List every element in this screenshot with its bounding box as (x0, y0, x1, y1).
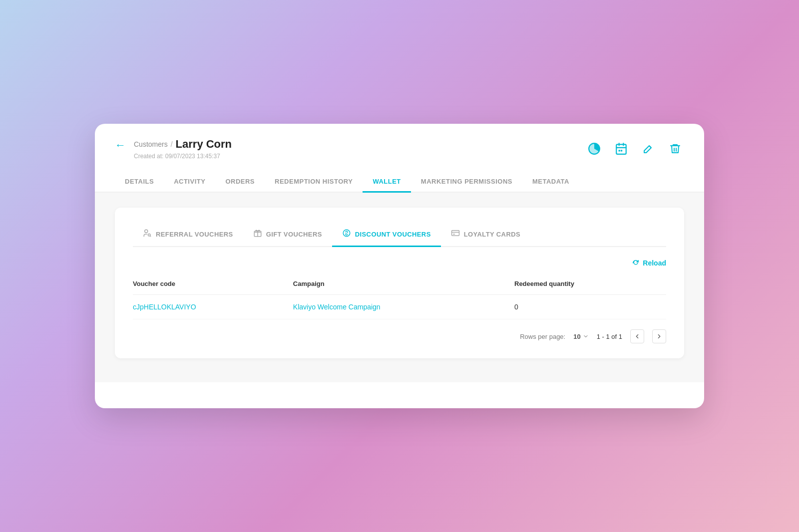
loyalty-icon (451, 229, 460, 240)
breadcrumb: Customers / Larry Corn (134, 138, 232, 151)
edit-icon[interactable] (639, 140, 657, 158)
header-left: ← Customers / Larry Corn Created at: 09/… (115, 138, 232, 160)
tab-loyalty-cards[interactable]: LOYALTY CARDS (441, 223, 530, 247)
tab-referral-vouchers[interactable]: REFERRAL VOUCHERS (133, 223, 243, 247)
created-at-label: Created at: 09/07/2023 13:45:37 (134, 153, 232, 160)
next-page-button[interactable] (652, 329, 666, 343)
reload-button[interactable]: Reload (632, 259, 666, 267)
tab-referral-label: REFERRAL VOUCHERS (156, 231, 233, 238)
main-card: ← Customers / Larry Corn Created at: 09/… (95, 124, 704, 408)
tab-orders[interactable]: ORDERS (215, 172, 265, 193)
tab-wallet[interactable]: WALLET (363, 172, 410, 193)
header-actions (585, 140, 684, 158)
gift-icon (253, 229, 262, 240)
svg-rect-8 (451, 231, 459, 236)
inner-card: REFERRAL VOUCHERS GIFT VOUCHERS (115, 208, 684, 358)
tab-gift-label: GIFT VOUCHERS (266, 231, 322, 238)
delete-icon[interactable] (666, 140, 684, 158)
tab-discount-vouchers[interactable]: DISCOUNT VOUCHERS (332, 223, 441, 247)
reload-icon (632, 259, 640, 267)
svg-rect-3 (621, 150, 622, 151)
chevron-right-icon (656, 333, 663, 340)
title-block: Customers / Larry Corn Created at: 09/07… (134, 138, 232, 160)
nav-tabs: DETAILS ACTIVITY ORDERS REDEMPTION HISTO… (95, 172, 704, 193)
tab-marketing-permissions[interactable]: MARKETING PERMISSIONS (411, 172, 522, 193)
breadcrumb-separator: / (171, 140, 173, 148)
tab-gift-vouchers[interactable]: GIFT VOUCHERS (243, 223, 332, 247)
svg-rect-2 (619, 150, 620, 151)
col-redeemed-quantity: Redeemed quantity (514, 275, 666, 295)
calendar-icon[interactable] (612, 140, 630, 158)
svg-point-4 (145, 230, 148, 233)
tab-metadata[interactable]: METADATA (522, 172, 579, 193)
campaign-cell[interactable]: Klaviyo Welcome Campaign (293, 295, 514, 319)
discount-icon (342, 229, 351, 240)
chevron-left-icon (634, 333, 641, 340)
back-button[interactable]: ← (115, 139, 126, 152)
page-header: ← Customers / Larry Corn Created at: 09/… (95, 124, 704, 160)
content-area: REFERRAL VOUCHERS GIFT VOUCHERS (95, 193, 704, 382)
svg-rect-1 (616, 144, 626, 154)
redeemed-quantity-cell: 0 (514, 295, 666, 319)
page-info: 1 - 1 of 1 (597, 333, 622, 340)
tab-discount-label: DISCOUNT VOUCHERS (355, 231, 431, 238)
col-campaign: Campaign (293, 275, 514, 295)
prev-page-button[interactable] (630, 329, 644, 343)
tab-loyalty-label: LOYALTY CARDS (464, 231, 520, 238)
breadcrumb-current: Larry Corn (176, 138, 232, 151)
rows-per-page-label: Rows per page: (520, 333, 565, 340)
tab-details[interactable]: DETAILS (115, 172, 164, 193)
tab-activity[interactable]: ACTIVITY (164, 172, 215, 193)
wallet-tabs: REFERRAL VOUCHERS GIFT VOUCHERS (133, 223, 666, 247)
vouchers-table: Voucher code Campaign Redeemed quantity … (133, 275, 666, 319)
rows-per-page-select[interactable]: 10 (573, 333, 588, 340)
table-row: cJpHELLOKLAVIYO Klaviyo Welcome Campaign… (133, 295, 666, 319)
voucher-code-cell[interactable]: cJpHELLOKLAVIYO (133, 295, 293, 319)
breadcrumb-parent: Customers (134, 140, 168, 148)
pagination-row: Rows per page: 10 1 - 1 of 1 (133, 329, 666, 343)
chevron-down-icon (583, 333, 589, 339)
tab-redemption-history[interactable]: REDEMPTION HISTORY (265, 172, 363, 193)
referral-icon (143, 229, 152, 240)
pie-chart-icon[interactable] (585, 140, 603, 158)
reload-label: Reload (643, 259, 666, 267)
col-voucher-code: Voucher code (133, 275, 293, 295)
reload-row: Reload (133, 259, 666, 267)
rows-per-page-value: 10 (573, 333, 580, 340)
